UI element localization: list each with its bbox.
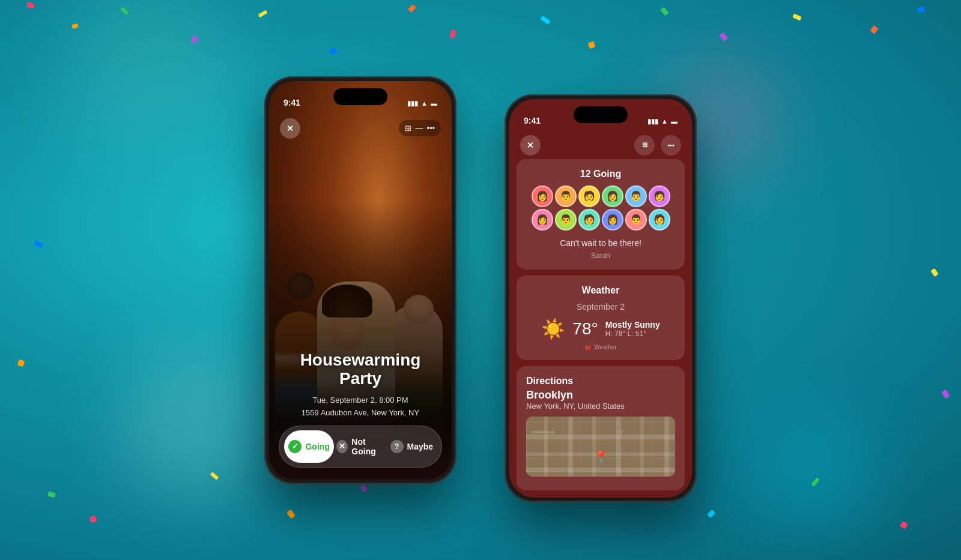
svg-text:LINDEN BLVD: LINDEN BLVD — [531, 430, 555, 434]
map-pin-icon: 📍 — [593, 450, 608, 465]
avatar: 👩 — [602, 185, 623, 207]
phone-2-header: ✕ ⊞ ••• — [509, 129, 692, 161]
svg-rect-8 — [664, 417, 669, 477]
svg-rect-3 — [544, 417, 548, 477]
sun-icon: ☀️ — [541, 318, 565, 340]
bg-light-4 — [763, 422, 871, 530]
calendar-button-2[interactable]: ⊞ — [634, 135, 655, 155]
avatar: 🧑 — [578, 209, 600, 230]
svg-rect-2 — [526, 468, 675, 472]
svg-rect-0 — [526, 435, 675, 439]
attendee-comment: Can't wait to be there! — [526, 238, 675, 250]
phone-2-screen: 9:41 ▮▮▮ ▲ ▬ ✕ ⊞ ••• — [509, 99, 692, 498]
weather-condition: Mostly Sunny — [605, 320, 660, 330]
going-button[interactable]: ✓ Going — [284, 430, 334, 463]
phone-2-content: 9:41 ▮▮▮ ▲ ▬ ✕ ⊞ ••• — [509, 99, 692, 498]
phones-container: 9:41 ▮▮▮ ▲ ▬ ✕ ⊞ — ••• — [264, 76, 697, 484]
phone-1-status-bar: 9:41 ▮▮▮ ▲ ▬ — [269, 81, 452, 111]
close-button-2[interactable]: ✕ — [520, 135, 541, 155]
maybe-button[interactable]: ? Maybe — [387, 430, 437, 463]
maybe-label: Maybe — [407, 442, 434, 451]
details-content: 12 Going 👩👨🧑👩👨🧑👩👨🧑👩👨🧑 Can't wait to be t… — [517, 159, 685, 490]
avatar: 👨 — [555, 185, 577, 207]
avatar: 👨 — [555, 209, 577, 230]
wifi-icon: ▲ — [421, 100, 428, 107]
weather-credit: 🍎 Weather — [526, 344, 675, 351]
calendar-icon: ⊞ — [405, 124, 411, 133]
weather-desc: Mostly Sunny H: 78° L: 51° — [605, 320, 660, 338]
phone-1-screen: 9:41 ▮▮▮ ▲ ▬ ✕ ⊞ — ••• — [269, 81, 452, 480]
phone-1-content: 9:41 ▮▮▮ ▲ ▬ ✕ ⊞ — ••• — [269, 81, 452, 480]
phone-1: 9:41 ▮▮▮ ▲ ▬ ✕ ⊞ — ••• — [264, 76, 456, 484]
phone-2-status-icons: ▮▮▮ ▲ ▬ — [647, 118, 678, 125]
going-label: Going — [305, 442, 329, 451]
battery-icon-2: ▬ — [671, 118, 678, 125]
avatar: 🧑 — [649, 209, 670, 230]
bg-light-3 — [120, 350, 270, 500]
going-check-icon: ✓ — [288, 440, 302, 453]
event-date: Tue, September 2, 8:00 PM — [282, 394, 438, 407]
battery-icon: ▬ — [431, 100, 437, 107]
rsvp-bar: ✓ Going ✕ Not Going ? Maybe — [279, 426, 442, 468]
avatar: 👨 — [625, 209, 647, 230]
directions-title: Directions — [526, 376, 675, 387]
event-address: 1559 Audubon Ave, New York, NY — [282, 407, 438, 420]
avatars-row: 👩👨🧑👩👨🧑👩👨🧑👩👨🧑 — [526, 185, 675, 230]
maybe-question-icon: ? — [390, 440, 404, 453]
phone-2: 9:41 ▮▮▮ ▲ ▬ ✕ ⊞ ••• — [505, 94, 697, 502]
attendees-card: 12 Going 👩👨🧑👩👨🧑👩👨🧑👩👨🧑 Can't wait to be t… — [517, 159, 685, 270]
header-right-actions: ⊞ — ••• — [399, 118, 441, 139]
weather-title: Weather — [526, 285, 675, 296]
header-icon-group: ⊞ — ••• — [399, 120, 441, 136]
weather-date: September 2 — [526, 302, 675, 312]
map-roads-svg: LINDEN BLVD 27 — [526, 417, 675, 477]
svg-rect-6 — [616, 417, 621, 477]
avatar: 🧑 — [649, 185, 670, 207]
event-info: Housewarming Party Tue, September 2, 8:0… — [269, 351, 452, 419]
event-header: ✕ ⊞ — ••• — [269, 111, 452, 146]
avatar: 👨 — [625, 185, 647, 207]
close-button[interactable]: ✕ — [280, 118, 300, 139]
weather-card: Weather September 2 ☀️ 78° Mostly Sunny … — [517, 275, 685, 360]
attendee-author: Sarah — [526, 251, 675, 260]
apple-logo: 🍎 — [584, 344, 592, 351]
svg-rect-7 — [640, 417, 644, 477]
phone-2-header-actions: ⊞ ••• — [634, 135, 681, 155]
event-title: Housewarming Party — [282, 351, 438, 388]
phone-1-status-icons: ▮▮▮ ▲ ▬ — [407, 100, 437, 107]
svg-rect-5 — [592, 417, 596, 477]
minus-icon: — — [415, 124, 423, 133]
avatar: 🧑 — [578, 185, 600, 207]
wifi-icon-2: ▲ — [661, 118, 668, 125]
more-button-2[interactable]: ••• — [661, 135, 681, 155]
not-going-label: Not Going — [351, 437, 386, 456]
directions-address: New York, NY, United States — [526, 402, 675, 411]
weather-main: ☀️ 78° Mostly Sunny H: 78° L: 51° — [526, 318, 675, 340]
svg-text:27: 27 — [619, 430, 623, 434]
avatar: 👩 — [532, 185, 553, 207]
signal-icon-2: ▮▮▮ — [647, 118, 658, 125]
avatar: 👩 — [532, 209, 553, 230]
weather-high-low: H: 78° L: 51° — [605, 330, 660, 338]
phone-1-time: 9:41 — [283, 98, 300, 107]
attendees-count: 12 Going — [526, 169, 675, 179]
weather-credit-text: Weather — [594, 344, 617, 351]
directions-card: Directions Brooklyn New York, NY, United… — [517, 366, 685, 490]
avatar: 👩 — [602, 209, 623, 230]
not-going-x-icon: ✕ — [336, 440, 348, 453]
directions-place: Brooklyn — [526, 389, 675, 402]
signal-icon: ▮▮▮ — [407, 100, 418, 107]
more-icon: ••• — [426, 124, 435, 133]
not-going-button[interactable]: ✕ Not Going — [336, 430, 386, 463]
map-preview: LINDEN BLVD 27 📍 — [526, 417, 675, 477]
weather-temp: 78° — [572, 319, 598, 339]
phone-2-time: 9:41 — [524, 116, 541, 125]
phone-2-status-bar: 9:41 ▮▮▮ ▲ ▬ — [509, 99, 692, 129]
svg-rect-4 — [568, 417, 573, 477]
